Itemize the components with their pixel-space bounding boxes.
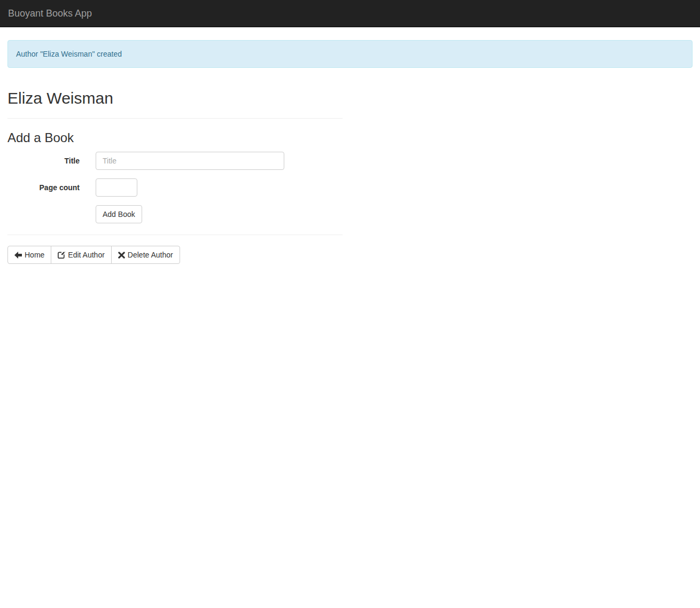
actions-divider <box>7 235 343 235</box>
top-navbar: Buoyant Books App <box>0 0 700 27</box>
title-form-row: Title <box>7 152 343 170</box>
edit-author-button-label: Edit Author <box>68 250 105 260</box>
home-button-label: Home <box>25 250 44 260</box>
page-count-form-row: Page count <box>7 178 343 197</box>
remove-x-icon <box>118 252 125 259</box>
flash-alert-message: Author "Eliza Weisman" created <box>16 50 122 58</box>
main-container: Author "Eliza Weisman" created Eliza Wei… <box>0 40 700 264</box>
add-book-heading: Add a Book <box>7 131 343 145</box>
author-actions-group: Home Edit Author <box>7 246 180 264</box>
title-input[interactable] <box>96 152 284 170</box>
add-book-form: Title Page count Add Book <box>7 152 343 223</box>
page-count-input[interactable] <box>96 178 137 197</box>
submit-form-row: Add Book <box>96 205 343 223</box>
content-column: Eliza Weisman Add a Book Title Page coun… <box>7 89 343 264</box>
navbar-brand[interactable]: Buoyant Books App <box>0 0 100 27</box>
edit-author-button[interactable]: Edit Author <box>51 246 112 264</box>
add-book-button-label: Add Book <box>103 209 135 220</box>
title-divider <box>7 118 343 119</box>
delete-author-button[interactable]: Delete Author <box>111 246 180 264</box>
home-button[interactable]: Home <box>7 246 51 264</box>
add-book-button[interactable]: Add Book <box>96 205 142 223</box>
page-title: Eliza Weisman <box>7 89 343 107</box>
flash-alert: Author "Eliza Weisman" created <box>7 40 693 68</box>
page-count-label: Page count <box>7 178 80 197</box>
title-label: Title <box>7 152 80 170</box>
arrow-left-icon <box>14 252 22 259</box>
edit-icon <box>58 251 65 259</box>
delete-author-button-label: Delete Author <box>128 250 173 260</box>
